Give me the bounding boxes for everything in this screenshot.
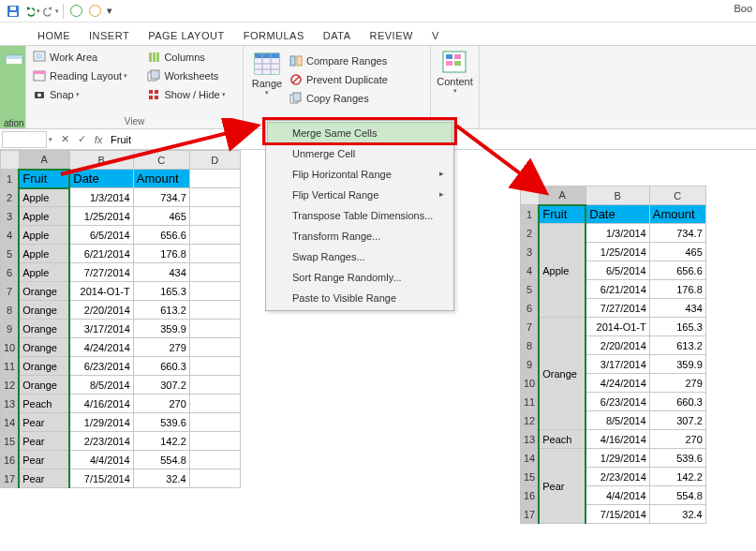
r-select-all-corner[interactable] bbox=[521, 186, 540, 205]
menu-item-transpose-table-dimensions[interactable]: Transpose Table Dimensions... bbox=[268, 205, 452, 226]
r-row-header-8[interactable]: 8 bbox=[521, 336, 540, 355]
r-cell-b2[interactable]: 1/3/2014 bbox=[586, 224, 649, 243]
cell-d5[interactable] bbox=[189, 245, 240, 263]
cell-b17[interactable]: 7/15/2014 bbox=[69, 469, 133, 488]
cell-d17[interactable] bbox=[189, 469, 240, 488]
row-header-11[interactable]: 11 bbox=[1, 357, 20, 376]
green-circle-icon[interactable] bbox=[67, 3, 84, 20]
enter-formula-icon[interactable]: ✓ bbox=[73, 133, 90, 145]
columns-button[interactable]: Columns bbox=[144, 48, 239, 67]
row-header-4[interactable]: 4 bbox=[1, 226, 20, 245]
cell-c9[interactable]: 359.9 bbox=[133, 320, 189, 338]
r-cell-b8[interactable]: 2/20/2014 bbox=[586, 336, 649, 355]
r-row-header-15[interactable]: 15 bbox=[521, 468, 540, 486]
worksheets-button[interactable]: Worksheets bbox=[144, 67, 239, 85]
tab-formulas[interactable]: FORMULAS bbox=[234, 26, 314, 45]
r-row-header-11[interactable]: 11 bbox=[521, 393, 540, 411]
r-cell-c3[interactable]: 465 bbox=[649, 243, 705, 261]
tab-view-partial[interactable]: V bbox=[422, 26, 449, 45]
prevent-duplicate-button[interactable]: Prevent Duplicate bbox=[287, 70, 390, 89]
row-header-17[interactable]: 17 bbox=[1, 469, 20, 488]
row-header-14[interactable]: 14 bbox=[1, 413, 20, 432]
r-cell-c14[interactable]: 539.6 bbox=[649, 449, 705, 468]
cell-b7[interactable]: 2014-O1-T bbox=[69, 282, 133, 301]
r-row-header-5[interactable]: 5 bbox=[521, 280, 540, 299]
cell-a8[interactable]: Orange bbox=[19, 301, 69, 320]
cell-c14[interactable]: 539.6 bbox=[133, 413, 189, 432]
snap-button[interactable]: Snap bbox=[30, 85, 141, 104]
r-cell-c17[interactable]: 32.4 bbox=[649, 505, 705, 524]
cell-c10[interactable]: 279 bbox=[133, 338, 189, 357]
row-header-10[interactable]: 10 bbox=[1, 338, 20, 357]
r-row-header-1[interactable]: 1 bbox=[521, 205, 540, 224]
r-row-header-2[interactable]: 2 bbox=[521, 224, 540, 243]
cell-d1[interactable] bbox=[189, 170, 240, 188]
r-cell-b12[interactable]: 8/5/2014 bbox=[586, 411, 649, 430]
menu-item-sort-range-randomly[interactable]: Sort Range Randomly... bbox=[268, 267, 452, 288]
r-row-header-17[interactable]: 17 bbox=[521, 505, 540, 524]
row-header-9[interactable]: 9 bbox=[1, 320, 20, 338]
r-merged-pear[interactable]: Pear bbox=[539, 449, 586, 524]
r-row-header-4[interactable]: 4 bbox=[521, 261, 540, 280]
cell-b6[interactable]: 7/27/2014 bbox=[69, 263, 133, 282]
r-cell-b15[interactable]: 2/23/2014 bbox=[586, 468, 649, 486]
r-cell-c10[interactable]: 279 bbox=[649, 374, 705, 393]
r-header-date[interactable]: Date bbox=[586, 205, 649, 224]
r-header-amount[interactable]: Amount bbox=[649, 205, 705, 224]
menu-item-merge-same-cells[interactable]: Merge Same Cells bbox=[268, 123, 452, 143]
r-merged-apple[interactable]: Apple bbox=[539, 224, 586, 318]
cell-a2[interactable]: Apple bbox=[19, 188, 69, 207]
cell-d6[interactable] bbox=[189, 263, 240, 282]
cell-a5[interactable]: Apple bbox=[19, 245, 69, 263]
row-header-13[interactable]: 13 bbox=[1, 395, 20, 413]
r-cell-c11[interactable]: 660.3 bbox=[649, 393, 705, 411]
r-cell-c12[interactable]: 307.2 bbox=[649, 411, 705, 430]
cell-b16[interactable]: 4/4/2014 bbox=[69, 451, 133, 469]
col-header-B[interactable]: B bbox=[69, 151, 133, 170]
cell-a10[interactable]: Orange bbox=[19, 338, 69, 357]
r-cell-c13[interactable]: 270 bbox=[649, 430, 705, 449]
row-header-6[interactable]: 6 bbox=[1, 263, 20, 282]
row-header-3[interactable]: 3 bbox=[1, 207, 20, 226]
r-cell-c2[interactable]: 734.7 bbox=[649, 224, 705, 243]
cell-c2[interactable]: 734.7 bbox=[133, 188, 189, 207]
menu-item-swap-ranges[interactable]: Swap Ranges... bbox=[268, 246, 452, 267]
show-hide-button[interactable]: Show / Hide bbox=[144, 85, 239, 104]
content-group[interactable]: Content ▾ bbox=[431, 46, 480, 128]
cell-c8[interactable]: 613.2 bbox=[133, 301, 189, 320]
worksheet-after[interactable]: ABC1FruitDateAmount2Apple1/3/2014734.731… bbox=[520, 186, 706, 524]
name-box[interactable] bbox=[2, 131, 47, 148]
cell-d12[interactable] bbox=[189, 376, 240, 395]
r-cell-b10[interactable]: 4/24/2014 bbox=[586, 374, 649, 393]
r-cell-b16[interactable]: 4/4/2014 bbox=[586, 486, 649, 505]
r-row-header-16[interactable]: 16 bbox=[521, 486, 540, 505]
qat-more-button[interactable]: ▾ bbox=[105, 3, 114, 20]
r-cell-b13[interactable]: 4/16/2014 bbox=[586, 430, 649, 449]
r-row-header-12[interactable]: 12 bbox=[521, 411, 540, 430]
cell-b3[interactable]: 1/25/2014 bbox=[69, 207, 133, 226]
cell-d2[interactable] bbox=[189, 188, 240, 207]
r-cell-b11[interactable]: 6/23/2014 bbox=[586, 393, 649, 411]
r-row-header-10[interactable]: 10 bbox=[521, 374, 540, 393]
r-cell-c7[interactable]: 165.3 bbox=[649, 318, 705, 336]
menu-item-flip-vertical-range[interactable]: Flip Vertical Range bbox=[268, 185, 452, 205]
r-cell-b4[interactable]: 6/5/2014 bbox=[586, 261, 649, 280]
r-row-header-9[interactable]: 9 bbox=[521, 355, 540, 374]
cell-c16[interactable]: 554.8 bbox=[133, 451, 189, 469]
header-amount[interactable]: Amount bbox=[133, 170, 189, 188]
undo-button[interactable] bbox=[23, 3, 40, 20]
cancel-formula-icon[interactable]: ✕ bbox=[56, 133, 73, 145]
cell-d3[interactable] bbox=[189, 207, 240, 226]
cell-a7[interactable]: Orange bbox=[19, 282, 69, 301]
row-header-1[interactable]: 1 bbox=[1, 170, 20, 188]
orange-circle-icon[interactable] bbox=[86, 3, 103, 20]
cell-b10[interactable]: 4/24/2014 bbox=[69, 338, 133, 357]
col-header-D[interactable]: D bbox=[189, 151, 240, 170]
fx-icon[interactable]: fx bbox=[90, 134, 107, 145]
row-header-12[interactable]: 12 bbox=[1, 376, 20, 395]
r-row-header-3[interactable]: 3 bbox=[521, 243, 540, 261]
cell-c17[interactable]: 32.4 bbox=[133, 469, 189, 488]
cell-d16[interactable] bbox=[189, 451, 240, 469]
r-merged-orange[interactable]: Orange bbox=[539, 318, 586, 430]
cell-c12[interactable]: 307.2 bbox=[133, 376, 189, 395]
